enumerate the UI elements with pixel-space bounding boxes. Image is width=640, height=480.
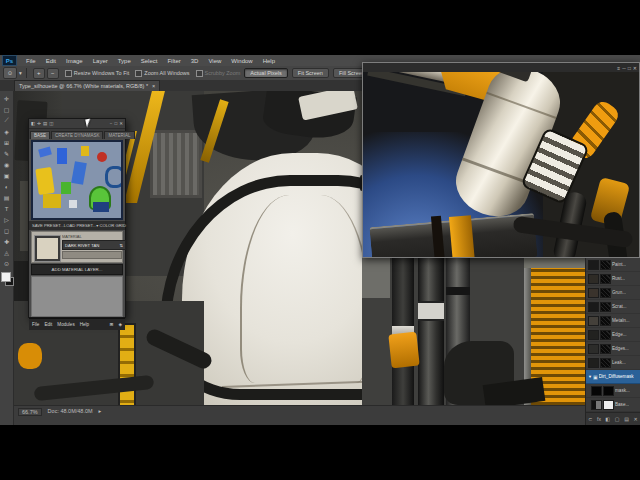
close-icon[interactable]: ✕: [633, 65, 637, 71]
layer-thumbnail[interactable]: [588, 358, 599, 368]
load-preset-button[interactable]: LOAD PRESET...: [64, 223, 96, 228]
layer-thumbnail[interactable]: [588, 344, 599, 354]
layer-thumbnail[interactable]: [588, 274, 599, 284]
layer-row[interactable]: Scrat...: [586, 300, 640, 314]
link-layers-icon[interactable]: ⊂: [588, 416, 592, 422]
add-mask-icon[interactable]: ◧: [606, 416, 611, 422]
preview-title-bar[interactable]: ≡ ─ □ ✕: [363, 63, 639, 72]
marquee-tool[interactable]: ▢: [1, 104, 13, 115]
fit-screen-button[interactable]: Fit Screen: [292, 68, 329, 78]
history-brush-tool[interactable]: ▤: [1, 192, 13, 203]
layer-row[interactable]: Leak...: [586, 356, 640, 370]
ddo-panel[interactable]: ◧ ✛ ▤ ◫ − □ ✕ BASE CREATE DYNAMASK MATER…: [28, 118, 126, 318]
layer-group-row-selected[interactable]: ▼ ▣ Dirt_Diffusemask: [586, 370, 640, 384]
layer-thumbnail[interactable]: [588, 330, 599, 340]
id-map-thumbnail[interactable]: [31, 140, 123, 220]
layer-style-icon[interactable]: fx: [597, 416, 601, 422]
pen-tool[interactable]: ✚: [1, 236, 13, 247]
ddo-grid-icon[interactable]: ⊞: [110, 322, 114, 327]
3d-viewport[interactable]: [363, 72, 639, 257]
ddo-gem-icon[interactable]: ◈: [118, 322, 122, 327]
layer-row[interactable]: Base...: [586, 398, 640, 412]
ddo-tab-base[interactable]: BASE: [30, 131, 50, 139]
layer-thumbnail[interactable]: [588, 302, 599, 312]
material-slider[interactable]: [62, 251, 122, 259]
layer-row[interactable]: Grun...: [586, 286, 640, 300]
ddo-menu-modules[interactable]: Modules: [57, 322, 74, 327]
window-menu-icon[interactable]: ≡: [617, 65, 620, 71]
spinner-icon[interactable]: ⇅: [119, 243, 123, 248]
minimize-icon[interactable]: ─: [622, 65, 626, 71]
move-tool[interactable]: ✛: [1, 93, 13, 104]
ddo-maximize-icon[interactable]: □: [115, 121, 118, 126]
menu-select[interactable]: Select: [136, 58, 163, 64]
menu-3d[interactable]: 3D: [186, 58, 204, 64]
layer-mask-thumbnail[interactable]: [600, 288, 611, 298]
zoom-tool-icon[interactable]: ⊙: [3, 67, 17, 79]
layer-thumbnail[interactable]: [588, 288, 599, 298]
document-tab[interactable]: Type_silhouette @ 66.7% (White materials…: [14, 80, 160, 91]
3d-preview-window[interactable]: ≡ ─ □ ✕: [362, 62, 640, 258]
zoom-out-toggle[interactable]: −: [47, 68, 59, 79]
save-preset-button[interactable]: SAVE PRESET...: [32, 223, 64, 228]
status-caret-icon[interactable]: ▸: [99, 408, 102, 414]
layer-mask-thumbnail[interactable]: [600, 302, 611, 312]
color-grid-caret-icon[interactable]: ▾: [96, 223, 98, 228]
ddo-menu-help[interactable]: Help: [80, 322, 89, 327]
menu-filter[interactable]: Filter: [162, 58, 185, 64]
ddo-close-icon[interactable]: ✕: [119, 121, 123, 126]
layer-row[interactable]: Metaln...: [586, 314, 640, 328]
layer-mask-thumbnail[interactable]: [600, 316, 611, 326]
tool-preset-caret-icon[interactable]: ▾: [19, 70, 22, 76]
layer-mask-thumbnail[interactable]: [600, 358, 611, 368]
layer-mask-thumbnail[interactable]: [603, 400, 614, 410]
menu-edit[interactable]: Edit: [41, 58, 61, 64]
ddo-tab-material[interactable]: MATERIAL: [104, 131, 134, 139]
material-dropdown[interactable]: DARK RIVET TAN ⇅: [62, 240, 126, 250]
type-tool[interactable]: T: [1, 203, 13, 214]
menu-layer[interactable]: Layer: [88, 58, 113, 64]
checkbox-resize-windows[interactable]: Resize Windows To Fit: [65, 70, 130, 77]
menu-view[interactable]: View: [203, 58, 226, 64]
layer-thumbnail[interactable]: [588, 260, 599, 270]
checkbox-zoom-all-windows[interactable]: Zoom All Windows: [135, 70, 189, 77]
path-select-tool[interactable]: ▷: [1, 214, 13, 225]
menu-file[interactable]: File: [21, 58, 41, 64]
menu-image[interactable]: Image: [61, 58, 88, 64]
eyedropper-tool[interactable]: ✎: [1, 148, 13, 159]
layer-mask-thumbnail[interactable]: [600, 344, 611, 354]
zoom-level-field[interactable]: 66.7%: [18, 408, 42, 416]
heal-tool[interactable]: ◉: [1, 159, 13, 170]
delete-layer-icon[interactable]: ✕: [633, 416, 637, 422]
layer-thumbnail[interactable]: [591, 386, 602, 396]
crop-tool[interactable]: ⊞: [1, 137, 13, 148]
layer-mask-thumbnail[interactable]: [600, 330, 611, 340]
ddo-panel-icon[interactable]: ◫: [49, 121, 53, 126]
layer-thumbnail[interactable]: [591, 400, 602, 410]
layer-thumbnail[interactable]: [588, 316, 599, 326]
add-material-layer-button[interactable]: ADD MATERIAL LAYER...: [31, 264, 123, 275]
ddo-header-bar[interactable]: ◧ ✛ ▤ ◫ − □ ✕: [29, 119, 125, 129]
layer-mask-thumbnail[interactable]: [600, 260, 611, 270]
clone-stamp-tool[interactable]: ◐: [1, 181, 13, 192]
quick-select-tool[interactable]: ◈: [1, 126, 13, 137]
ddo-add-icon[interactable]: ✛: [37, 121, 41, 126]
brush-tool[interactable]: ▣: [1, 170, 13, 181]
ddo-minimize-icon[interactable]: −: [110, 121, 113, 126]
menu-help[interactable]: Help: [258, 58, 280, 64]
layer-row[interactable]: Rust...: [586, 272, 640, 286]
zoom-tool[interactable]: ⊙: [1, 258, 13, 269]
layer-mask-thumbnail[interactable]: [600, 274, 611, 284]
close-tab-icon[interactable]: ×: [152, 83, 155, 89]
ddo-menu-edit[interactable]: Edit: [44, 322, 52, 327]
layer-row[interactable]: Edges...: [586, 342, 640, 356]
new-layer-icon[interactable]: ▢: [615, 416, 620, 422]
zoom-in-toggle[interactable]: +: [33, 68, 45, 79]
ddo-menu-file[interactable]: File: [32, 322, 39, 327]
ddo-doc-icon[interactable]: ◧: [31, 121, 35, 126]
layer-row[interactable]: Edge...: [586, 328, 640, 342]
menu-type[interactable]: Type: [113, 58, 136, 64]
maximize-icon[interactable]: □: [628, 65, 631, 71]
hand-tool[interactable]: ◬: [1, 247, 13, 258]
ddo-tab-create-dynamask[interactable]: CREATE DYNAMASK: [51, 131, 103, 139]
